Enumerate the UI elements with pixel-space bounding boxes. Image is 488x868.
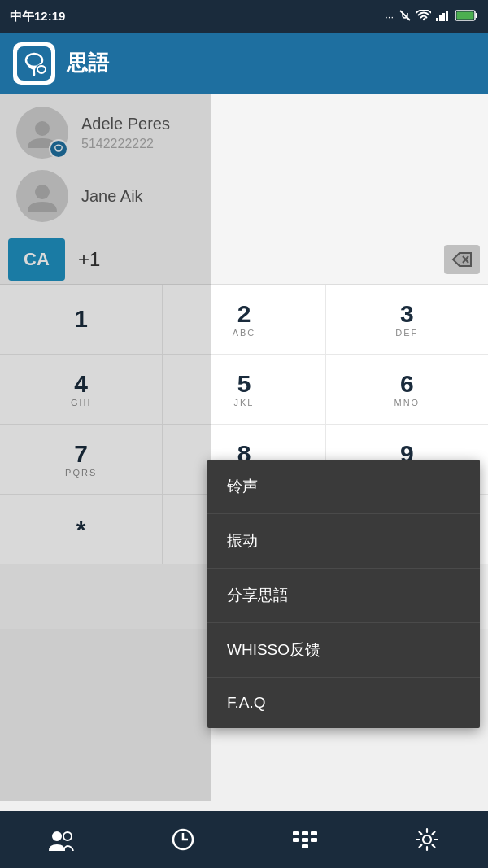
key-3[interactable]: 3 DEF [326,285,488,354]
nav-contacts[interactable] [37,815,85,864]
svg-rect-7 [476,13,478,18]
svg-rect-21 [293,831,299,835]
nav-keypad[interactable] [281,815,329,864]
svg-rect-8 [457,11,474,19]
key-6[interactable]: 6 MNO [326,355,488,424]
svg-rect-5 [446,11,448,21]
svg-point-28 [423,835,431,844]
signal-dots-icon: ··· [385,11,394,23]
app-icon [13,42,55,85]
nav-settings[interactable] [403,815,451,864]
overlay-dim [0,94,211,801]
menu-item-ringtone[interactable]: 铃声 [207,460,480,514]
status-bar: 中午12:19 ··· [0,0,488,33]
app-header: 思語 [0,33,488,94]
svg-rect-27 [302,844,308,848]
svg-rect-26 [311,838,317,842]
mute-icon [399,9,412,24]
status-icons: ··· [385,9,478,24]
signal-icon [436,10,451,24]
svg-rect-2 [436,18,438,21]
wifi-icon [416,10,431,24]
menu-item-faq[interactable]: F.A.Q [207,678,480,728]
svg-point-1 [423,18,425,20]
app-title: 思語 [67,49,109,77]
status-time: 中午12:19 [10,9,65,24]
svg-rect-3 [439,15,442,21]
svg-rect-23 [311,831,317,835]
nav-history[interactable] [159,815,207,864]
svg-rect-24 [293,838,299,842]
bottom-nav [0,811,488,868]
svg-rect-25 [302,838,308,842]
svg-line-0 [400,11,410,20]
svg-rect-4 [442,13,445,21]
svg-point-19 [63,832,72,840]
svg-rect-22 [302,831,308,835]
menu-item-vibrate[interactable]: 振动 [207,514,480,569]
backspace-button[interactable] [444,245,480,274]
battery-icon [455,10,478,24]
svg-point-18 [52,831,62,841]
dropdown-menu: 铃声 振动 分享思語 WHISSO反馈 F.A.Q [207,460,480,728]
menu-item-feedback[interactable]: WHISSO反馈 [207,623,480,678]
menu-item-share[interactable]: 分享思語 [207,569,480,623]
